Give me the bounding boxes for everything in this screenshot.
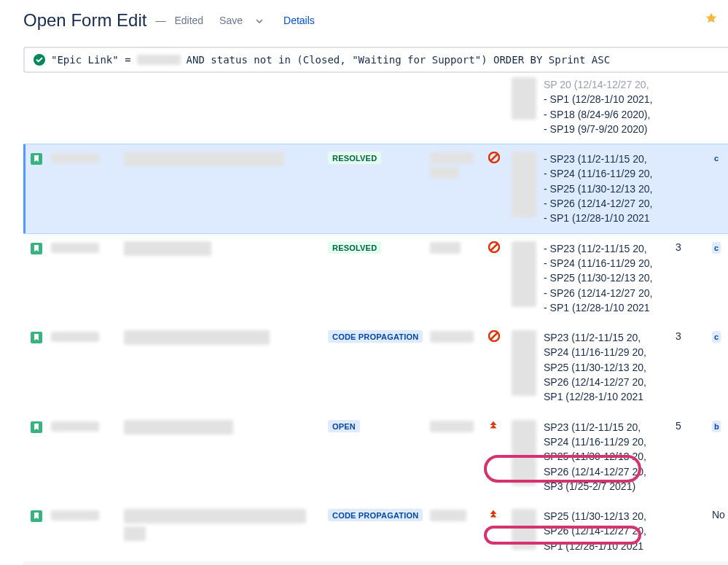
sprint-list: - SP23 (11/2-11/15 20, - SP24 (11/16-11/…	[544, 241, 676, 315]
story-icon	[31, 153, 42, 165]
check-circle-icon	[34, 54, 45, 66]
issue-key[interactable]	[51, 152, 124, 163]
issue-summary[interactable]	[124, 241, 328, 259]
assignee[interactable]	[430, 330, 488, 343]
svg-line-9	[490, 332, 498, 340]
avatar	[512, 241, 536, 307]
assignee[interactable]	[430, 509, 488, 521]
status-badge[interactable]: RESOLVED	[328, 152, 381, 164]
story-points: 3	[676, 241, 712, 253]
edited-status: Edited	[174, 15, 203, 26]
table-row[interactable]: CODE PROPAGATION SP23 (11/2-11/15 20, SP…	[23, 323, 728, 412]
status-badge[interactable]: CODE PROPAGATION	[328, 509, 423, 521]
story-points: 3	[676, 330, 712, 342]
end-chip: b	[712, 421, 721, 432]
issue-summary[interactable]	[124, 509, 328, 544]
end-chip: c	[712, 242, 721, 254]
issue-key[interactable]	[51, 330, 124, 342]
save-button[interactable]: Save	[214, 12, 269, 29]
table-row[interactable]: IN PROGRESS SP25 (11/30-12/13 20, SP26 (…	[23, 561, 728, 565]
end-chip: c	[712, 331, 721, 343]
issue-key[interactable]	[51, 420, 124, 432]
sprint-list: SP 20 (12/14-12/27 20, - SP1 (12/28-1/10…	[544, 77, 676, 136]
avatar	[512, 77, 536, 120]
table-row[interactable]: SP 20 (12/14-12/27 20, - SP1 (12/28-1/10…	[23, 77, 728, 144]
issue-key[interactable]	[51, 509, 124, 521]
assignee[interactable]	[430, 241, 488, 254]
priority-blocker-icon	[488, 152, 500, 163]
priority-high-icon	[488, 420, 500, 432]
jql-suffix: AND status not in (Closed, "Waiting for …	[187, 54, 611, 66]
issue-key[interactable]	[51, 241, 124, 253]
issue-summary[interactable]	[124, 420, 328, 437]
priority-blocker-icon	[488, 241, 500, 253]
avatar	[512, 509, 536, 550]
redacted-epic	[137, 55, 181, 65]
jql-prefix: "Epic Link" =	[51, 54, 131, 66]
status-badge[interactable]: CODE PROPAGATION	[328, 330, 423, 343]
issue-summary[interactable]	[124, 152, 328, 169]
avatar	[512, 420, 536, 486]
details-link[interactable]: Details	[283, 15, 315, 26]
svg-line-3	[490, 154, 498, 161]
table-row[interactable]: RESOLVED - SP23 (11/2-11/15 20, - SP24 (…	[23, 234, 728, 323]
star-icon[interactable]	[705, 12, 718, 25]
avatar	[512, 330, 536, 396]
jql-query-bar[interactable]: "Epic Link" = AND status not in (Closed,…	[23, 47, 728, 73]
priority-blocker-icon	[488, 330, 500, 342]
end-label: No	[712, 509, 728, 521]
sprint-list: SP25 (11/30-12/13 20, SP26 (12/14-12/27 …	[544, 509, 676, 553]
assignee[interactable]	[430, 152, 488, 179]
issue-rows: SP 20 (12/14-12/27 20, - SP1 (12/28-1/10…	[23, 77, 728, 565]
save-label: Save	[219, 15, 243, 26]
story-points: 5	[676, 420, 712, 432]
priority-high-icon	[488, 509, 500, 521]
sprint-list: SP23 (11/2-11/15 20, SP24 (11/16-11/29 2…	[544, 420, 676, 494]
status-badge[interactable]: RESOLVED	[328, 241, 381, 254]
table-row[interactable]: CODE PROPAGATION SP25 (11/30-12/13 20, S…	[23, 502, 728, 561]
story-icon	[31, 243, 42, 254]
page-title: Open Form Edit	[23, 10, 146, 31]
sprint-list: SP23 (11/2-11/15 20, SP24 (11/16-11/29 2…	[544, 330, 676, 404]
sprint-list: - SP23 (11/2-11/15 20, - SP24 (11/16-11/…	[544, 152, 676, 225]
story-icon	[31, 421, 42, 433]
assignee[interactable]	[430, 420, 488, 432]
avatar	[512, 152, 536, 217]
story-icon	[31, 332, 42, 343]
page-header: Open Form Edit — Edited Save Details	[23, 10, 728, 31]
chevron-down-icon	[256, 17, 263, 25]
svg-line-6	[490, 243, 498, 251]
status-badge[interactable]: OPEN	[328, 420, 360, 432]
dash-sep: —	[152, 15, 168, 26]
table-row[interactable]: RESOLVED - SP23 (11/2-11/15 20, - SP24 (…	[23, 144, 728, 233]
issue-summary[interactable]	[124, 330, 328, 348]
story-icon	[31, 510, 42, 522]
end-chip: c	[712, 152, 721, 164]
table-row[interactable]: OPEN SP23 (11/2-11/15 20, SP24 (11/16-11…	[23, 413, 728, 502]
